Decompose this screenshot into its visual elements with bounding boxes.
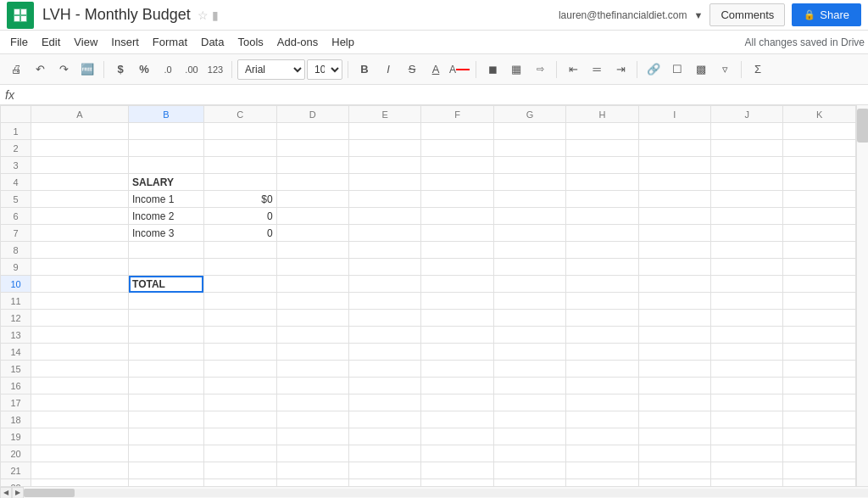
cell-H2[interactable] (566, 140, 638, 157)
cell-K22[interactable] (783, 479, 856, 487)
cell-K7[interactable] (783, 225, 856, 242)
col-header-D[interactable]: D (276, 106, 348, 123)
cell-I21[interactable] (638, 462, 710, 479)
cell-K15[interactable] (783, 361, 856, 378)
cell-E2[interactable] (349, 140, 421, 157)
col-header-B[interactable]: B (129, 106, 204, 123)
cell-G12[interactable] (493, 310, 565, 327)
cell-C13[interactable] (203, 327, 276, 344)
cell-A18[interactable] (31, 411, 129, 428)
cell-A19[interactable] (31, 428, 129, 445)
cell-J11[interactable] (711, 293, 783, 310)
cell-E16[interactable] (349, 378, 421, 394)
cell-G21[interactable] (493, 462, 565, 479)
col-header-H[interactable]: H (566, 106, 638, 123)
cell-G9[interactable] (493, 259, 565, 276)
cell-I10[interactable] (638, 276, 710, 293)
cell-J17[interactable] (711, 394, 783, 411)
merge-cells-button[interactable]: ⇨ (529, 59, 551, 81)
folder-icon[interactable]: ▮ (212, 8, 219, 22)
cell-F2[interactable] (421, 140, 493, 157)
cell-J8[interactable] (711, 242, 783, 259)
cell-G7[interactable] (493, 225, 565, 242)
cell-H20[interactable] (566, 445, 638, 462)
cell-G6[interactable] (493, 208, 565, 225)
cell-E8[interactable] (349, 242, 421, 259)
col-header-K[interactable]: K (783, 106, 856, 123)
cell-B1[interactable] (129, 123, 204, 140)
cell-D3[interactable] (276, 157, 348, 174)
row-header-2[interactable]: 2 (1, 140, 31, 157)
cell-A5[interactable] (31, 191, 129, 208)
cell-C3[interactable] (203, 157, 276, 174)
cell-C12[interactable] (203, 310, 276, 327)
menu-insert[interactable]: Insert (104, 34, 146, 50)
cell-G22[interactable] (493, 479, 565, 487)
cell-D17[interactable] (276, 394, 348, 411)
comment-button[interactable]: ☐ (666, 59, 688, 81)
row-header-3[interactable]: 3 (1, 157, 31, 174)
cell-D12[interactable] (276, 310, 348, 327)
align-right-button[interactable]: ⇥ (609, 59, 632, 81)
cell-D16[interactable] (276, 378, 348, 394)
cell-J15[interactable] (711, 361, 783, 378)
cell-A8[interactable] (31, 242, 129, 259)
cell-F1[interactable] (421, 123, 493, 140)
cell-I18[interactable] (638, 411, 710, 428)
align-left-button[interactable]: ⇤ (562, 59, 584, 81)
menu-view[interactable]: View (67, 34, 104, 50)
cell-F19[interactable] (421, 428, 493, 445)
cell-B16[interactable] (129, 378, 204, 394)
share-button[interactable]: 🔒 Share (792, 3, 861, 26)
col-header-A[interactable]: A (31, 106, 129, 123)
cell-K18[interactable] (783, 411, 856, 428)
cell-E9[interactable] (349, 259, 421, 276)
cell-B20[interactable] (129, 445, 204, 462)
cell-D8[interactable] (276, 242, 348, 259)
cell-B3[interactable] (129, 157, 204, 174)
col-header-I[interactable]: I (638, 106, 710, 123)
cell-J3[interactable] (711, 157, 783, 174)
cell-J22[interactable] (711, 479, 783, 487)
format-number-button[interactable]: 123 (204, 59, 226, 81)
cell-G14[interactable] (493, 344, 565, 361)
cell-B18[interactable] (129, 411, 204, 428)
cell-C9[interactable] (203, 259, 276, 276)
increase-decimal-button[interactable]: .00 (181, 59, 203, 81)
cell-G10[interactable] (493, 276, 565, 293)
cell-F18[interactable] (421, 411, 493, 428)
cell-I3[interactable] (638, 157, 710, 174)
cell-C4[interactable] (203, 174, 276, 191)
cell-G17[interactable] (493, 394, 565, 411)
cell-E15[interactable] (349, 361, 421, 378)
cell-K11[interactable] (783, 293, 856, 310)
row-header-19[interactable]: 19 (1, 428, 31, 445)
cell-I5[interactable] (638, 191, 710, 208)
col-header-E[interactable]: E (349, 106, 421, 123)
cell-B15[interactable] (129, 361, 204, 378)
grid-wrapper[interactable]: A B C D E F G H I J K 1234SALARY5Income … (0, 105, 856, 486)
strikethrough-button[interactable]: S (401, 59, 423, 81)
cell-K16[interactable] (783, 378, 856, 394)
cell-D6[interactable] (276, 208, 348, 225)
cell-G3[interactable] (493, 157, 565, 174)
cell-D7[interactable] (276, 225, 348, 242)
cell-A11[interactable] (31, 293, 129, 310)
print-button[interactable]: 🖨 (5, 59, 27, 81)
cell-G18[interactable] (493, 411, 565, 428)
comments-button[interactable]: Comments (709, 3, 785, 26)
cell-J18[interactable] (711, 411, 783, 428)
cell-E4[interactable] (349, 174, 421, 191)
cell-I6[interactable] (638, 208, 710, 225)
cell-D9[interactable] (276, 259, 348, 276)
cell-G15[interactable] (493, 361, 565, 378)
cell-H19[interactable] (566, 428, 638, 445)
cell-K8[interactable] (783, 242, 856, 259)
col-header-F[interactable]: F (421, 106, 493, 123)
cell-F10[interactable] (421, 276, 493, 293)
cell-I4[interactable] (638, 174, 710, 191)
cell-H21[interactable] (566, 462, 638, 479)
cell-E14[interactable] (349, 344, 421, 361)
functions-button[interactable]: Σ (747, 59, 769, 81)
cell-D13[interactable] (276, 327, 348, 344)
